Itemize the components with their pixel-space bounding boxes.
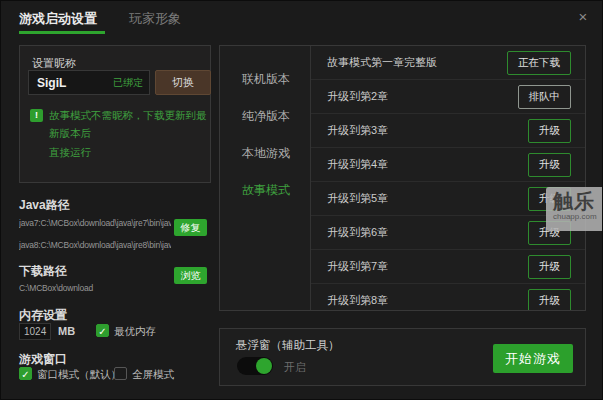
memory-input[interactable]: 1024 xyxy=(19,323,51,340)
upgrade-button[interactable]: 升级 xyxy=(528,289,571,311)
category-local-game[interactable]: 本地游戏 xyxy=(242,145,290,162)
close-icon[interactable]: × xyxy=(574,8,592,26)
upgrade-button[interactable]: 升级 xyxy=(528,153,571,177)
chapter-name: 升级到第8章 xyxy=(327,293,388,308)
queued-button[interactable]: 排队中 xyxy=(518,85,572,109)
memory-unit-label: MB xyxy=(58,325,75,337)
upgrade-button[interactable]: 升级 xyxy=(528,119,571,143)
version-panel: 联机版本 纯净版本 本地游戏 故事模式 故事模式第一章完整版 正在下载 升级到第… xyxy=(219,45,586,311)
story-mode-notice: 故事模式不需昵称，下载更新到最新版本后 直接运行 xyxy=(49,106,207,161)
memory-settings-label: 内存设置 xyxy=(19,307,67,324)
downloading-button[interactable]: 正在下载 xyxy=(507,51,571,75)
chapter-row: 升级到第7章 升级 xyxy=(311,250,585,284)
windowed-mode-checkbox[interactable]: ✓ xyxy=(19,367,32,380)
browse-button[interactable]: 浏览 xyxy=(174,267,207,284)
active-tab-underline xyxy=(19,31,105,34)
toggle-knob xyxy=(256,358,272,374)
download-path-label: 下载路径 xyxy=(19,263,67,280)
chapter-name: 升级到第3章 xyxy=(327,123,388,138)
chapter-name: 升级到第5章 xyxy=(327,191,388,206)
chapter-row: 升级到第4章 升级 xyxy=(311,148,585,182)
watermark: 触乐 chuapp.com xyxy=(546,187,603,231)
category-story-mode[interactable]: 故事模式 xyxy=(242,182,290,199)
nickname-value: SigiL xyxy=(37,76,66,90)
chapter-row: 故事模式第一章完整版 正在下载 xyxy=(311,46,585,80)
watermark-domain: chuapp.com xyxy=(553,212,603,221)
game-window-label: 游戏窗口 xyxy=(19,351,67,368)
java-path-label: Java路径 xyxy=(19,197,70,214)
nickname-input[interactable]: SigiL 已绑定 xyxy=(28,70,150,95)
game-launcher-window: 游戏启动设置 玩家形象 × 设置昵称 SigiL 已绑定 切换 ! 故事模式不需… xyxy=(0,0,603,400)
optimize-memory-checkbox[interactable]: ✓ xyxy=(96,324,109,337)
chapter-row: 升级到第8章 升级 xyxy=(311,284,585,310)
windowed-mode-label: 窗口模式（默认） xyxy=(37,368,121,382)
nickname-bound-badge: 已绑定 xyxy=(113,76,143,90)
chapter-row: 升级到第2章 排队中 xyxy=(311,80,585,114)
upgrade-button[interactable]: 升级 xyxy=(528,255,571,279)
chapter-row: 升级到第3章 升级 xyxy=(311,114,585,148)
category-pure-version[interactable]: 纯净版本 xyxy=(242,108,290,125)
toggle-state-label: 开启 xyxy=(284,360,306,375)
chapter-name: 故事模式第一章完整版 xyxy=(327,55,437,70)
repair-java-button[interactable]: 修复 xyxy=(174,219,207,236)
watermark-title: 触乐 xyxy=(553,190,603,212)
tab-player-avatar[interactable]: 玩家形象 xyxy=(129,10,181,28)
download-path-value: C:\MCBox\download xyxy=(19,283,171,293)
category-online-version[interactable]: 联机版本 xyxy=(242,71,290,88)
chapter-name: 升级到第4章 xyxy=(327,157,388,172)
float-window-toggle[interactable] xyxy=(237,357,273,375)
chapter-list[interactable]: 故事模式第一章完整版 正在下载 升级到第2章 排队中 升级到第3章 升级 升级到… xyxy=(311,46,585,310)
java7-path: java7:C:\MCBox\download\java\jre7\bin\ja… xyxy=(19,218,171,228)
start-game-button[interactable]: 开始游戏 xyxy=(493,344,573,373)
footer-panel: 悬浮窗（辅助工具） 开启 开始游戏 xyxy=(219,328,586,386)
chapter-name: 升级到第2章 xyxy=(327,89,388,104)
notice-line-2: 直接运行 xyxy=(49,143,207,161)
nickname-panel: 设置昵称 SigiL 已绑定 切换 ! 故事模式不需昵称，下载更新到最新版本后 … xyxy=(19,45,211,183)
nickname-label: 设置昵称 xyxy=(32,56,76,71)
info-icon: ! xyxy=(30,109,43,122)
switch-nickname-button[interactable]: 切换 xyxy=(155,70,211,95)
optimize-memory-label: 最优内存 xyxy=(114,325,156,339)
float-window-label: 悬浮窗（辅助工具） xyxy=(236,338,340,353)
tab-game-launch-settings[interactable]: 游戏启动设置 xyxy=(19,10,97,28)
fullscreen-mode-label: 全屏模式 xyxy=(132,368,174,382)
chapter-row: 升级到第6章 升级 xyxy=(311,216,585,250)
notice-line-1: 故事模式不需昵称，下载更新到最新版本后 xyxy=(49,106,207,143)
chapter-name: 升级到第6章 xyxy=(327,225,388,240)
fullscreen-mode-checkbox[interactable] xyxy=(114,367,127,380)
chapter-row: 升级到第5章 升级 xyxy=(311,182,585,216)
java8-path: java8:C:\MCBox\download\java\jre8\bin\ja… xyxy=(19,240,171,250)
chapter-name: 升级到第7章 xyxy=(327,259,388,274)
